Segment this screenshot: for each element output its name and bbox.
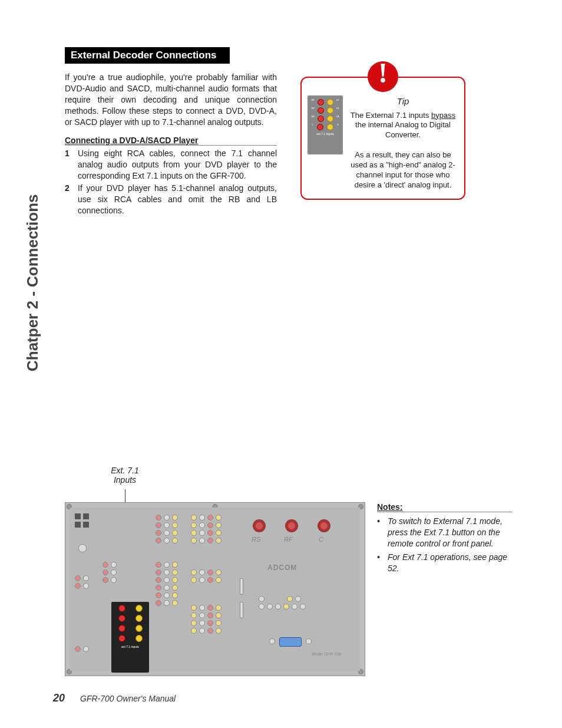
chapter-side-label: Chatper 2 - Connections (24, 195, 42, 371)
page-footer: 20 GFR-700 Owner's Manual (53, 692, 176, 704)
rs232-port-icon (279, 637, 302, 647)
manual-title: GFR-700 Owner's Manual (80, 694, 176, 703)
notes-section: Notes: To switch to External 7.1 mode, p… (377, 502, 513, 576)
intro-paragraph: If you're a true audiophile, you're prob… (65, 72, 277, 127)
panel-label-rs: RS (252, 536, 260, 543)
tip-callout: ! RFLF RSLS RBLB CS ext 7.1 inputs Tip (300, 77, 465, 200)
brand-logo: ADCOM (267, 564, 297, 572)
steps-list: 1 Using eight RCA cables, connect the 7.… (65, 148, 277, 216)
panel-label-c: C (319, 536, 323, 543)
note-item: To switch to External 7.1 mode, press th… (377, 516, 513, 549)
subheading: Connecting a DVD-A/SACD Player (65, 136, 277, 146)
section-heading: External Decoder Connections (65, 47, 230, 64)
connector-diagram-icon: RFLF RSLS RBLB CS ext 7.1 inputs (308, 95, 343, 154)
step-text: If your DVD player has 5.1-channel analo… (78, 183, 277, 216)
step-number: 1 (65, 148, 78, 182)
step-number: 2 (65, 183, 78, 216)
page-number: 20 (53, 692, 65, 704)
step-text: Using eight RCA cables, connect the 7.1 … (78, 148, 277, 182)
connector-label: ext 7.1 inputs (310, 132, 340, 136)
tip-paragraph-1: The External 7.1 inputs bypass the inter… (348, 111, 458, 141)
rear-panel-diagram: ext 7.1 inputs (65, 502, 365, 676)
model-label: Model GFR-700 (312, 652, 341, 656)
step-item: 2 If your DVD player has 5.1-channel ana… (65, 183, 277, 216)
notes-heading: Notes: (377, 502, 513, 512)
diagram-callout-label: Ext. 7.1 Inputs (101, 466, 148, 485)
ext71-inputs-highlight: ext 7.1 inputs (111, 602, 149, 673)
panel-label-rf: RF (284, 536, 293, 543)
tip-title: Tip (348, 95, 458, 107)
exclamation-icon: ! (368, 61, 398, 92)
step-item: 1 Using eight RCA cables, connect the 7.… (65, 148, 277, 182)
note-item: For Ext 7.1 operations, see page 52. (377, 552, 513, 574)
tip-paragraph-2: As a result, they can also be used as a … (348, 150, 458, 190)
